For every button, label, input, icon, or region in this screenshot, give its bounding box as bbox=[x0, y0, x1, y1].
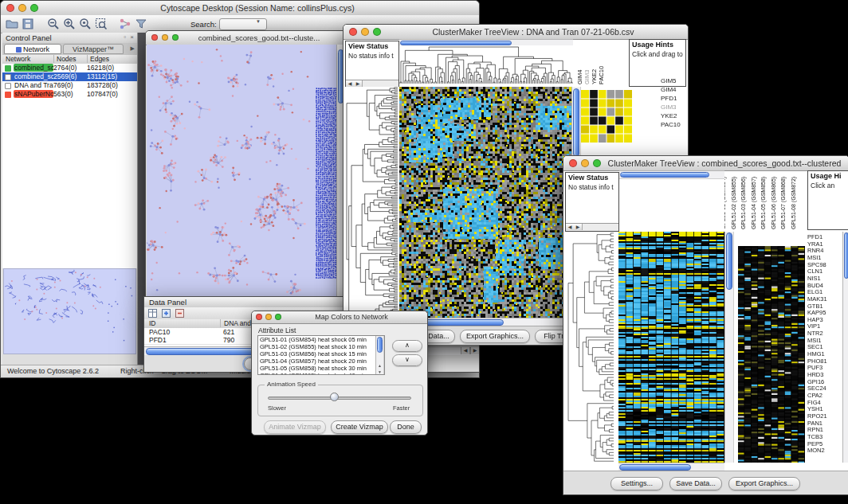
gene-label[interactable]: HRD3 bbox=[807, 371, 823, 378]
network-list-item[interactable]: DNA and Tran 07769(0)183728(0) bbox=[2, 81, 137, 90]
treeview2-titlebar[interactable]: ClusterMaker TreeView : combined_scores_… bbox=[563, 156, 848, 171]
zoom-in-icon[interactable] bbox=[63, 18, 76, 30]
gene-label[interactable]: SEC1 bbox=[807, 343, 823, 350]
gene-label[interactable]: PFD1 bbox=[807, 233, 822, 240]
gene-label[interactable]: PFD1 bbox=[661, 95, 677, 102]
close-button[interactable] bbox=[349, 28, 357, 36]
move-attribute-down-button[interactable]: ∨ bbox=[392, 354, 422, 366]
zoom-button[interactable] bbox=[275, 314, 281, 320]
close-button[interactable] bbox=[6, 4, 14, 12]
search-dropdown-arrow-icon[interactable]: ▼ bbox=[256, 19, 261, 24]
dialog-titlebar[interactable]: Map Colors to Network bbox=[252, 311, 427, 324]
zoom-button[interactable] bbox=[172, 34, 179, 41]
scrollbar-thumb[interactable] bbox=[620, 172, 709, 178]
export-graphics-button[interactable]: Export Graphics... bbox=[460, 330, 530, 343]
gene-label[interactable]: SEC24 bbox=[807, 385, 826, 392]
network-list-item[interactable]: sNAPuberNov2563(0)107847(0) bbox=[2, 90, 137, 99]
gene-label[interactable]: PAN1 bbox=[807, 420, 822, 427]
gene-list-vscrollbar[interactable] bbox=[842, 232, 848, 463]
scroll-left-icon[interactable]: ◀ bbox=[461, 347, 470, 354]
gene-label[interactable]: GIM4 bbox=[661, 86, 677, 93]
save-session-icon[interactable] bbox=[22, 18, 34, 30]
minimize-button[interactable] bbox=[18, 4, 26, 12]
gene-label[interactable]: CLN1 bbox=[807, 268, 822, 275]
gene-label[interactable]: SPC98 bbox=[807, 261, 826, 268]
column-dendrogram[interactable] bbox=[399, 45, 573, 85]
attribute-list-item[interactable]: GPL51-05 (GSM858) heat shock 30 min bbox=[258, 365, 377, 372]
view-status-scrollbar[interactable]: ◀ ▶ bbox=[566, 223, 618, 231]
gene-label[interactable]: PHO81 bbox=[807, 357, 827, 365]
attribute-list-item[interactable]: GPL51-04 (GSM857) heat shock 20 min bbox=[258, 357, 377, 365]
expression-heatmap[interactable] bbox=[399, 87, 571, 318]
close-button[interactable] bbox=[256, 314, 262, 320]
zoom-selected-icon[interactable] bbox=[79, 18, 92, 30]
settings-button[interactable]: Settings... bbox=[610, 477, 663, 490]
close-button[interactable] bbox=[151, 34, 158, 41]
attribute-listbox[interactable]: GPL51-01 (GSM854) heat shock 05 minGPL51… bbox=[257, 335, 385, 375]
network-view-canvas[interactable] bbox=[147, 45, 338, 296]
network-overview-thumbnail[interactable] bbox=[4, 269, 135, 354]
gene-label[interactable]: NIS1 bbox=[807, 275, 821, 282]
scroll-up-icon[interactable]: ▲ bbox=[376, 363, 383, 368]
open-session-icon[interactable] bbox=[6, 18, 18, 30]
network-list-item[interactable]: combined_sco2569(6)13112(15) bbox=[2, 72, 137, 81]
minimize-button[interactable] bbox=[581, 159, 589, 167]
gene-label[interactable]: MON2 bbox=[807, 447, 825, 454]
scrollbar-thumb[interactable] bbox=[573, 88, 579, 157]
gene-label[interactable]: RPO21 bbox=[807, 412, 827, 420]
zoom-out-icon[interactable] bbox=[47, 18, 60, 30]
attribute-delete-icon[interactable] bbox=[175, 309, 184, 318]
gene-label[interactable]: MSI1 bbox=[807, 337, 822, 344]
gene-label[interactable]: MSI1 bbox=[807, 254, 822, 261]
tree-hscrollbar-top[interactable] bbox=[619, 170, 724, 179]
gene-label[interactable]: GTB1 bbox=[807, 303, 823, 310]
gene-label[interactable]: FIG4 bbox=[807, 399, 821, 406]
attribute-list-item[interactable]: GPL51-03 (GSM856) heat shock 15 min bbox=[258, 350, 377, 357]
tab-network[interactable]: Network bbox=[4, 44, 61, 54]
animate-vizmap-button[interactable]: Animate Vizmap bbox=[264, 420, 326, 434]
attribute-list-item[interactable]: GPL51-02 (GSM855) heat shock 10 min bbox=[258, 343, 377, 350]
close-button[interactable] bbox=[569, 159, 577, 167]
close-panel-icon[interactable]: × bbox=[130, 33, 134, 41]
row-dendrogram[interactable] bbox=[567, 232, 615, 463]
gene-label[interactable]: GIM3 bbox=[661, 104, 677, 111]
zoom-button[interactable] bbox=[373, 28, 381, 36]
animation-speed-slider-track[interactable] bbox=[268, 397, 411, 400]
attribute-add-icon[interactable] bbox=[162, 309, 171, 318]
gene-label[interactable]: PEP5 bbox=[807, 440, 822, 447]
gene-label[interactable]: KAP95 bbox=[807, 309, 826, 316]
attribute-list-item[interactable]: GPL51-01 (GSM854) heat shock 05 min bbox=[258, 336, 377, 343]
gene-label[interactable]: GPI16 bbox=[807, 378, 824, 385]
network-icon[interactable] bbox=[119, 18, 132, 30]
scrollbar-thumb[interactable] bbox=[726, 232, 732, 290]
gene-label[interactable]: PAC10 bbox=[661, 121, 681, 128]
gene-label[interactable]: TCB3 bbox=[807, 433, 822, 440]
row-dendrogram[interactable] bbox=[345, 87, 399, 318]
correlation-matrix[interactable] bbox=[581, 90, 632, 143]
scroll-right-icon[interactable]: ▶ bbox=[574, 224, 583, 230]
float-panel-icon[interactable]: ▫ bbox=[124, 33, 126, 41]
network-view-titlebar[interactable]: combined_scores_good.txt--cluste... bbox=[146, 31, 345, 45]
list-vscrollbar[interactable]: ▲ ▼ bbox=[375, 336, 384, 374]
export-graphics-button[interactable]: Export Graphics... bbox=[728, 477, 800, 490]
scrollbar-thumb[interactable] bbox=[619, 464, 691, 471]
main-titlebar[interactable]: Cytoscape Desktop (Session Name: collins… bbox=[1, 1, 479, 16]
secondary-heatmap[interactable] bbox=[738, 246, 805, 463]
create-vizmap-button[interactable]: Create Vizmap bbox=[331, 420, 388, 434]
minimize-button[interactable] bbox=[265, 314, 272, 320]
done-button[interactable]: Done bbox=[390, 420, 422, 434]
attribute-list-item[interactable]: GPL51-06 (GSM865) heat shock 40 min bbox=[258, 372, 377, 375]
heatmap-vscrollbar[interactable] bbox=[724, 232, 734, 463]
gene-label[interactable]: ELG1 bbox=[807, 288, 822, 295]
gene-label[interactable]: PUF3 bbox=[807, 364, 822, 371]
zoom-button[interactable] bbox=[30, 4, 38, 12]
zoom-fit-icon[interactable] bbox=[95, 18, 108, 30]
gene-label[interactable]: CPA2 bbox=[807, 392, 822, 399]
scroll-right-icon[interactable]: ▶ bbox=[470, 347, 479, 354]
gene-label[interactable]: YSH1 bbox=[807, 405, 823, 412]
save-data-button[interactable]: Save Data... bbox=[669, 477, 722, 490]
gene-label[interactable]: HAP3 bbox=[807, 316, 823, 323]
gene-label[interactable]: YRA1 bbox=[807, 240, 823, 248]
gene-label[interactable]: NTR2 bbox=[807, 330, 823, 337]
treeview1-titlebar[interactable]: ClusterMaker TreeView : DNA and Tran 07-… bbox=[344, 25, 688, 40]
